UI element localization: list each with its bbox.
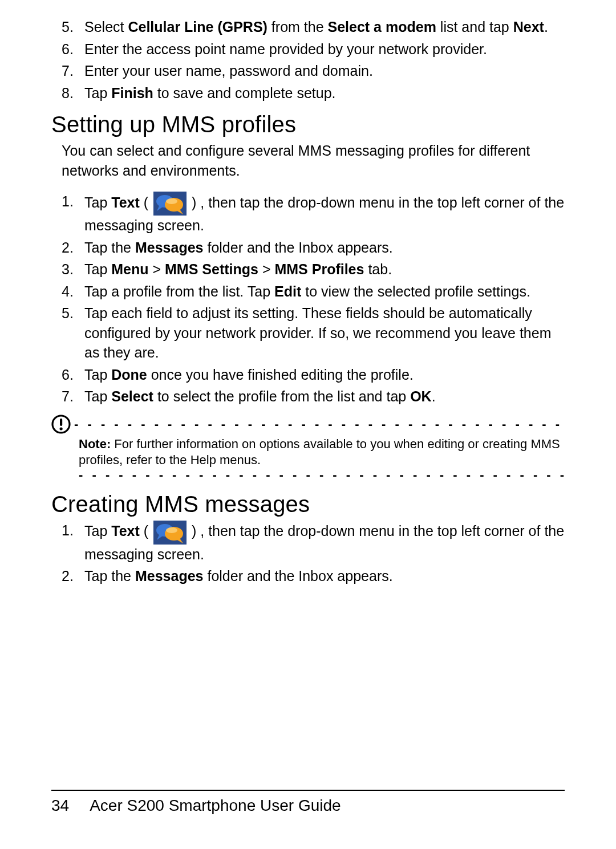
step-text: Tap the Messages folder and the Inbox ap… — [84, 568, 393, 584]
prev-steps-list: 5. Select Cellular Line (GPRS) from the … — [51, 17, 565, 103]
step-text: Select Cellular Line (GPRS) from the Sel… — [84, 19, 548, 35]
page-number: 34 — [51, 797, 69, 815]
list-item: 8. Tap Finish to save and complete setup… — [51, 83, 565, 103]
step-number: 5. — [62, 303, 74, 323]
step-number: 5. — [62, 17, 74, 37]
step-number: 7. — [62, 387, 74, 407]
chat-icon — [153, 521, 187, 545]
step-text: Tap Done once you have finished editing … — [84, 367, 414, 383]
list-item: 7. Tap Select to select the profile from… — [51, 387, 565, 407]
step-text: Enter the access point name provided by … — [84, 41, 487, 57]
step-number: 3. — [62, 259, 74, 279]
step-text: Tap Text ( ) , then tap the drop-down me… — [84, 523, 564, 562]
step-number: 2. — [62, 566, 74, 586]
list-item: 7. Enter your user name, password and do… — [51, 61, 565, 81]
list-item: 2. Tap the Messages folder and the Inbox… — [51, 238, 565, 258]
step-text: Tap each field to adjust its setting. Th… — [84, 305, 551, 360]
step-number: 7. — [62, 61, 74, 81]
list-item: 4. Tap a profile from the list. Tap Edit… — [51, 282, 565, 302]
step-text: Tap Select to select the profile from th… — [84, 388, 436, 404]
step-text: Tap Finish to save and complete setup. — [84, 85, 336, 101]
step-number: 1. — [62, 192, 74, 212]
step-text: Enter your user name, password and domai… — [84, 63, 373, 79]
alert-icon — [51, 415, 71, 434]
document-title: Acer S200 Smartphone User Guide — [90, 797, 341, 815]
page-footer: 34 Acer S200 Smartphone User Guide — [51, 790, 565, 815]
list-item: 1. Tap Text ( ) , then tap the drop-down… — [51, 521, 565, 564]
step-number: 1. — [62, 521, 74, 541]
list-item: 6. Tap Done once you have finished editi… — [51, 365, 565, 385]
step-number: 8. — [62, 83, 74, 103]
list-item: 1. Tap Text ( ) , then tap the drop-down… — [51, 192, 565, 235]
step-number: 2. — [62, 238, 74, 258]
creating-mms-steps: 1. Tap Text ( ) , then tap the drop-down… — [51, 521, 565, 586]
note-block: - - - - - - - - - - - - - - - - - - - - … — [51, 415, 565, 480]
step-number: 6. — [62, 39, 74, 59]
list-item: 6. Enter the access point name provided … — [51, 39, 565, 59]
mms-profiles-steps: 1. Tap Text ( ) , then tap the drop-down… — [51, 192, 565, 407]
list-item: 5. Select Cellular Line (GPRS) from the … — [51, 17, 565, 37]
list-item: 5. Tap each field to adjust its setting.… — [51, 303, 565, 363]
step-text: Tap Menu > MMS Settings > MMS Profiles t… — [84, 261, 392, 277]
step-text: Tap a profile from the list. Tap Edit to… — [84, 283, 530, 299]
list-item: 2. Tap the Messages folder and the Inbox… — [51, 566, 565, 586]
heading-setting-up-mms-profiles: Setting up MMS profiles — [51, 112, 565, 137]
note-dash-top: - - - - - - - - - - - - - - - - - - - - … — [74, 419, 565, 429]
step-number: 4. — [62, 282, 74, 302]
note-body: For further information on options avail… — [79, 437, 560, 468]
note-label: Note: — [79, 437, 111, 451]
chat-icon — [153, 192, 187, 216]
note-text: Note: For further information on options… — [79, 436, 565, 469]
step-text: Tap Text ( ) , then tap the drop-down me… — [84, 194, 564, 233]
list-item: 3. Tap Menu > MMS Settings > MMS Profile… — [51, 259, 565, 279]
heading-creating-mms-messages: Creating MMS messages — [51, 491, 565, 517]
note-dash-bottom: - - - - - - - - - - - - - - - - - - - - … — [79, 470, 565, 480]
section-intro: You can select and configure several MMS… — [62, 141, 565, 180]
step-number: 6. — [62, 365, 74, 385]
step-text: Tap the Messages folder and the Inbox ap… — [84, 239, 393, 255]
